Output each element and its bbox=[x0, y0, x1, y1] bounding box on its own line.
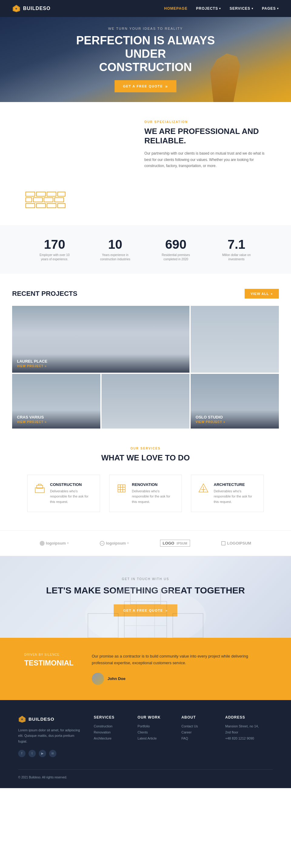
svg-rect-3 bbox=[26, 192, 35, 196]
stat-number-0: 170 bbox=[39, 237, 70, 252]
stat-number-1: 10 bbox=[100, 237, 130, 252]
project-link-1[interactable]: VIEW PROJECT » bbox=[17, 420, 96, 424]
footer-logo-icon: B bbox=[18, 715, 26, 723]
footer-link-portfolio[interactable]: Portfolio bbox=[138, 724, 170, 728]
logo-icon: B bbox=[12, 4, 21, 13]
footer-link-architecture[interactable]: Architecture bbox=[94, 737, 125, 740]
footer-grid: B BUILDESO Lorem ipsum dolor sit amet, f… bbox=[18, 715, 273, 757]
project-overlay-0: LAUREL PLACE VIEW PROJECT » bbox=[12, 354, 189, 373]
logo-item-2: LOGO IPSUM bbox=[160, 540, 190, 547]
view-all-button[interactable]: VIEW ALL » bbox=[245, 289, 279, 299]
brick-icon-area bbox=[0, 187, 291, 225]
service-card-1: RENOVATION Deliverables who's responsibl… bbox=[109, 475, 182, 513]
footer-brand: B BUILDESO Lorem ipsum dolor sit amet, f… bbox=[18, 715, 81, 757]
services-grid: CONSTRUCTION Deliverables who's responsi… bbox=[18, 475, 273, 513]
hero-section: WE TURN YOUR IDEAS TO REALITY PERFECTION… bbox=[0, 17, 291, 102]
about-content: OUR SPECIALIZATION WE ARE PROFESSIONAL A… bbox=[144, 120, 267, 169]
navbar: B BUILDESO HOMEPAGE PROJECTS ▾ SERVICES … bbox=[0, 0, 291, 17]
svg-rect-7 bbox=[26, 198, 32, 202]
footer-about-col: ABOUT Contact Us Career FAQ bbox=[181, 715, 213, 757]
social-youtube[interactable]: ▶ bbox=[39, 750, 46, 757]
footer-copyright: © 2021 Buildeso. All rights reserved. bbox=[18, 776, 67, 779]
footer-services-col: SERVICES Construction Renovation Archite… bbox=[94, 715, 125, 757]
stat-number-3: 7.1 bbox=[221, 237, 252, 252]
logo-item-0: logoipsum ® bbox=[40, 541, 69, 546]
service-desc-2: Deliverables who's responsible for the a… bbox=[214, 489, 257, 505]
project-card-1[interactable]: CRAS VARIUS VIEW PROJECT » bbox=[12, 374, 100, 429]
service-info-1: RENOVATION Deliverables who's responsibl… bbox=[132, 482, 176, 505]
testimonial-title: TESTIMONIAL bbox=[24, 659, 74, 667]
footer-col-title-address: ADDRESS bbox=[225, 715, 273, 719]
projects-section: RECENT PROJECTS VIEW ALL » LAUREL PLACE … bbox=[0, 274, 291, 429]
stat-number-2: 690 bbox=[161, 237, 191, 252]
svg-text:B: B bbox=[15, 7, 17, 10]
author-avatar bbox=[92, 673, 104, 685]
stat-item-1: 10 Years experience in construction indu… bbox=[100, 237, 130, 261]
project-overlay-2: OSLO STUDIO VIEW PROJECT » bbox=[191, 410, 279, 429]
footer-desc: Lorem ipsum dolor sit amet, for adipisci… bbox=[18, 727, 81, 744]
footer-link-contact[interactable]: Contact Us bbox=[181, 724, 213, 728]
logo-item-1: logoipsum ® bbox=[100, 541, 129, 546]
social-linkedin[interactable]: in bbox=[49, 750, 57, 757]
service-card-2: ARCHITECTURE Deliverables who's responsi… bbox=[191, 475, 264, 513]
projects-title: RECENT PROJECTS bbox=[12, 290, 77, 298]
svg-rect-11 bbox=[26, 204, 35, 208]
chevron-icon: ▾ bbox=[219, 7, 221, 10]
nav-logo[interactable]: B BUILDESO bbox=[12, 4, 50, 13]
svg-rect-5 bbox=[47, 192, 56, 196]
nav-link-services[interactable]: SERVICES ▾ bbox=[229, 6, 253, 11]
nav-link-homepage[interactable]: HOMEPAGE bbox=[164, 6, 188, 11]
social-facebook[interactable]: f bbox=[18, 750, 26, 757]
svg-rect-4 bbox=[36, 192, 45, 196]
project-card-blank bbox=[102, 374, 190, 429]
project-card-0[interactable]: LAUREL PLACE VIEW PROJECT » bbox=[12, 306, 189, 373]
footer-link-clients[interactable]: Clients bbox=[138, 731, 170, 734]
arrow-icon: » bbox=[271, 292, 273, 296]
project-link-2[interactable]: VIEW PROJECT » bbox=[195, 420, 274, 424]
hero-title: PERFECTION IS ALWAYS UNDER CONSTRUCTION bbox=[67, 34, 224, 74]
svg-rect-30 bbox=[222, 541, 225, 545]
hero-content: WE TURN YOUR IDEAS TO REALITY PERFECTION… bbox=[67, 27, 224, 92]
projects-header: RECENT PROJECTS VIEW ALL » bbox=[12, 289, 279, 299]
project-link-0[interactable]: VIEW PROJECT » bbox=[17, 365, 185, 368]
nav-link-pages[interactable]: PAGES ▾ bbox=[262, 6, 279, 11]
service-desc-1: Deliverables who's responsible for the a… bbox=[132, 489, 176, 505]
social-twitter[interactable]: t bbox=[29, 750, 36, 757]
cta-bg-building bbox=[70, 589, 221, 638]
architecture-icon bbox=[197, 482, 210, 494]
hero-subtitle: WE TURN YOUR IDEAS TO REALITY bbox=[67, 27, 224, 30]
svg-rect-20 bbox=[118, 485, 125, 492]
stat-label-1: Years experience in construction industr… bbox=[100, 253, 130, 261]
project-card-2[interactable]: OSLO STUDIO VIEW PROJECT » bbox=[191, 374, 279, 429]
footer-address-phone: +48 820 1212 9090 bbox=[225, 737, 273, 740]
footer-link-construction[interactable]: Construction bbox=[94, 724, 125, 728]
footer-link-renovation[interactable]: Renovation bbox=[94, 731, 125, 734]
service-card-0: CONSTRUCTION Deliverables who's responsi… bbox=[27, 475, 100, 513]
nav-link-projects[interactable]: PROJECTS ▾ bbox=[196, 6, 221, 11]
logo-item-3: LOGOIPSUM bbox=[221, 541, 251, 546]
testimonial-left: DRIVEN BY SILENCE TESTIMONIAL bbox=[24, 653, 74, 667]
svg-rect-9 bbox=[44, 198, 53, 202]
svg-rect-10 bbox=[54, 198, 64, 202]
projects-grid: LAUREL PLACE VIEW PROJECT » CRAS VARIUS … bbox=[12, 306, 279, 429]
service-name-0: CONSTRUCTION bbox=[50, 482, 94, 487]
services-title: WHAT WE LOVE TO DO bbox=[18, 453, 273, 463]
testimonial-author: John Doe bbox=[92, 673, 267, 685]
svg-text:B: B bbox=[21, 718, 23, 720]
footer-col-title-work: OUR WORK bbox=[138, 715, 170, 719]
hero-cta-button[interactable]: GET A FREE QUOTE » bbox=[115, 80, 177, 92]
testimonial-badge: DRIVEN BY SILENCE bbox=[24, 653, 74, 656]
stat-label-2: Residential premises completed in 2020 bbox=[161, 253, 191, 261]
svg-rect-31 bbox=[124, 601, 167, 638]
svg-rect-14 bbox=[58, 204, 65, 208]
footer-link-career[interactable]: Career bbox=[181, 731, 213, 734]
project-name-1: CRAS VARIUS bbox=[17, 415, 96, 420]
cta-section: GET IN TOUCH WITH US LET'S MAKE SOMETHIN… bbox=[0, 556, 291, 638]
footer-address-col: ADDRESS Mansion Street, no 14, 2nd floor… bbox=[225, 715, 273, 757]
footer-link-articles[interactable]: Latest Article bbox=[138, 737, 170, 740]
footer-link-faq[interactable]: FAQ bbox=[181, 737, 213, 740]
chevron-icon: ▾ bbox=[277, 7, 279, 10]
nav-links: HOMEPAGE PROJECTS ▾ SERVICES ▾ PAGES ▾ bbox=[164, 6, 279, 11]
logos-section: logoipsum ® logoipsum ® LOGO IPSUM LOGOI… bbox=[0, 530, 291, 556]
chevron-icon: ▾ bbox=[252, 7, 253, 10]
